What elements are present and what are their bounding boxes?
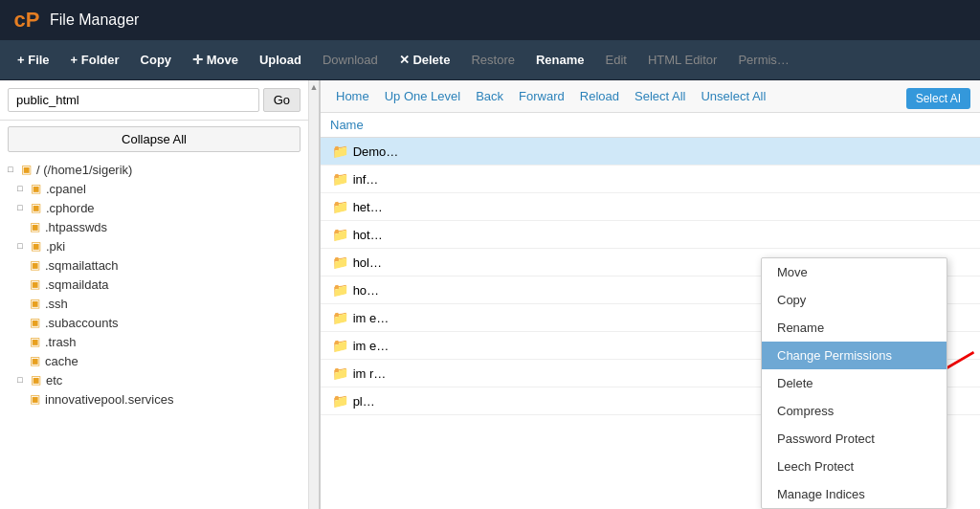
tree-item-subaccounts[interactable]: ▣ .subaccounts	[0, 313, 308, 332]
main-layout: Go Collapse All □ ▣ / (/home1/sigerik) □…	[0, 80, 980, 509]
folder-icon: 📁	[330, 336, 349, 355]
table-row[interactable]: 📁 inf…	[321, 166, 980, 193]
file-name: pl…	[353, 394, 375, 409]
tree-label: .htpasswds	[45, 220, 107, 234]
file-tree: □ ▣ / (/home1/sigerik) □ ▣ .cpanel □ ▣ .…	[0, 158, 308, 509]
sidebar: Go Collapse All □ ▣ / (/home1/sigerik) □…	[0, 80, 321, 509]
toolbar: + File + Folder Copy ✛ Move Upload Downl…	[0, 40, 980, 80]
download-button: Download	[313, 47, 388, 73]
folder-icon: ▣	[27, 315, 42, 330]
up-one-level-button[interactable]: Up One Level	[377, 86, 469, 106]
copy-button[interactable]: Copy	[131, 47, 182, 73]
table-row[interactable]: 📁 Demo…	[321, 138, 980, 166]
tree-toggle-icon: □	[13, 182, 27, 195]
new-folder-button[interactable]: + Folder	[61, 47, 129, 73]
select-all-button[interactable]: Select All	[627, 86, 693, 106]
folder-icon: ▣	[28, 200, 43, 215]
folder-icon: 📁	[330, 197, 349, 216]
file-name: hot…	[353, 228, 383, 242]
context-menu-move[interactable]: Move	[762, 258, 947, 286]
select-ai-button[interactable]: Select AI	[906, 88, 970, 109]
tree-item-cphorde[interactable]: □ ▣ .cphorde	[0, 198, 308, 217]
file-name: im r…	[353, 366, 387, 381]
sidebar-search-area: Go	[0, 80, 308, 121]
tree-item-cache[interactable]: ▣ cache	[0, 351, 308, 370]
restore-button: Restore	[461, 47, 524, 73]
tree-toggle-icon: □	[13, 373, 27, 387]
header: cP File Manager	[0, 0, 980, 40]
tree-item-innovativepool[interactable]: ▣ innovativepool.services	[0, 389, 308, 409]
folder-icon: ▣	[27, 334, 42, 349]
tree-label: .cphorde	[46, 201, 95, 215]
reload-button[interactable]: Reload	[572, 86, 627, 106]
context-menu-rename[interactable]: Rename	[762, 314, 947, 342]
context-menu-copy[interactable]: Copy	[762, 286, 947, 314]
folder-icon: 📁	[330, 308, 349, 327]
unselect-all-button[interactable]: Unselect All	[693, 86, 773, 106]
sidebar-scrollbar[interactable]: ▲	[308, 80, 320, 509]
tree-item-cpanel[interactable]: □ ▣ .cpanel	[0, 179, 308, 198]
folder-icon: ▣	[27, 296, 42, 311]
tree-item-ssh[interactable]: ▣ .ssh	[0, 294, 308, 313]
tree-item-sqmaildata[interactable]: ▣ .sqmaildata	[0, 275, 308, 294]
folder-icon: ▣	[27, 391, 42, 407]
tree-label: / (/home1/sigerik)	[36, 163, 132, 177]
context-menu-compress[interactable]: Compress	[762, 397, 947, 425]
upload-button[interactable]: Upload	[250, 47, 311, 73]
tree-item-htpasswds[interactable]: ▣ .htpasswds	[0, 217, 308, 236]
back-button[interactable]: Back	[468, 86, 511, 106]
folder-icon: ▣	[27, 277, 42, 292]
table-row[interactable]: 📁 hot…	[321, 221, 980, 249]
context-menu-password-protect[interactable]: Password Protect	[762, 425, 947, 453]
tree-item-pki[interactable]: □ ▣ .pki	[0, 236, 308, 255]
folder-icon: 📁	[330, 391, 349, 410]
file-name: im e…	[353, 339, 390, 353]
app-title: File Manager	[50, 11, 139, 29]
tree-item-etc[interactable]: □ ▣ etc	[0, 370, 308, 389]
name-column-header[interactable]: Name	[321, 113, 980, 138]
folder-icon: 📁	[330, 169, 349, 188]
file-name: ho…	[353, 283, 379, 298]
folder-icon: 📁	[330, 364, 349, 383]
tree-item-root[interactable]: □ ▣ / (/home1/sigerik)	[0, 160, 308, 179]
folder-icon: 📁	[330, 225, 349, 244]
context-menu-delete[interactable]: Delete	[762, 369, 947, 397]
tree-label: innovativepool.services	[45, 392, 173, 407]
tree-label: .cpanel	[46, 182, 86, 196]
move-button[interactable]: ✛ Move	[183, 47, 248, 73]
go-button[interactable]: Go	[263, 88, 301, 112]
tree-label: .subaccounts	[45, 316, 119, 330]
collapse-all-button[interactable]: Collapse All	[8, 126, 301, 152]
folder-icon: ▣	[28, 372, 43, 387]
tree-toggle-icon: □	[13, 239, 27, 253]
folder-icon: ▣	[27, 353, 42, 368]
folder-icon: ▣	[28, 238, 43, 254]
rename-button[interactable]: Rename	[526, 47, 594, 73]
tree-label: .ssh	[45, 297, 68, 311]
folder-icon: 📁	[330, 142, 349, 161]
tree-label: .pki	[46, 239, 65, 254]
path-input[interactable]	[8, 88, 259, 112]
delete-button[interactable]: ✕ Delete	[390, 47, 460, 73]
home-button[interactable]: Home	[328, 86, 377, 106]
tree-label: .trash	[45, 335, 77, 349]
tree-item-trash[interactable]: ▣ .trash	[0, 332, 308, 351]
html-editor-button: HTML Editor	[638, 47, 726, 73]
new-file-button[interactable]: + File	[8, 47, 59, 73]
tree-toggle-icon: □	[13, 201, 27, 214]
context-menu-change-permissions[interactable]: Change Permissions	[762, 342, 947, 369]
table-row[interactable]: 📁 het…	[321, 193, 980, 221]
context-menu-leech-protect[interactable]: Leech Protect	[762, 453, 947, 480]
folder-icon: ▣	[28, 181, 43, 196]
folder-icon: 📁	[330, 253, 349, 272]
tree-label: .sqmailattach	[45, 258, 119, 273]
forward-button[interactable]: Forward	[511, 86, 572, 106]
tree-toggle-icon: □	[4, 163, 17, 176]
tree-item-sqmailattach[interactable]: ▣ .sqmailattach	[0, 255, 308, 275]
context-menu-manage-indices[interactable]: Manage Indices	[762, 480, 947, 508]
folder-icon: ▣	[27, 219, 42, 234]
context-menu: Move Copy Rename Change Permissions Dele…	[761, 257, 947, 509]
file-name: im e…	[353, 311, 390, 325]
cpanel-logo-icon: cP	[13, 7, 40, 33]
edit-button: Edit	[596, 47, 636, 73]
